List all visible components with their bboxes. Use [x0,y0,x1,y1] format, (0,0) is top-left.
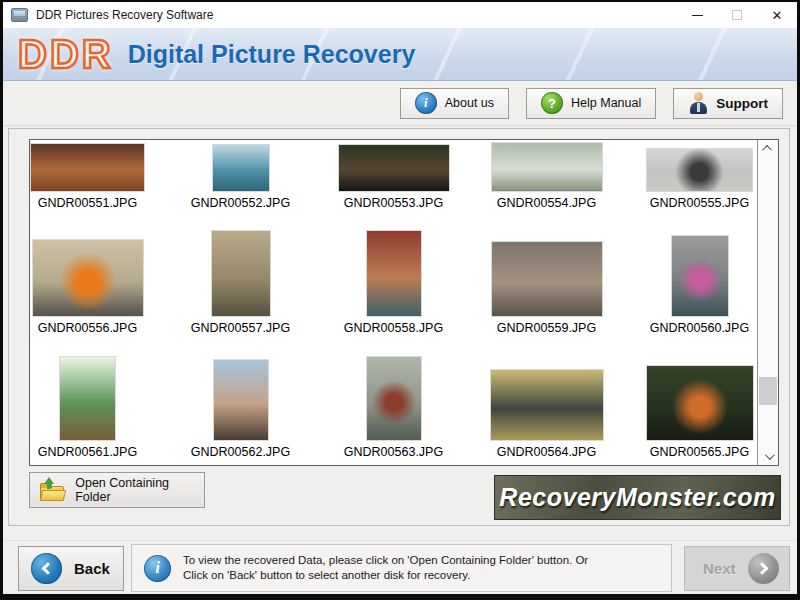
close-button[interactable]: ✕ [757,2,797,28]
info-icon: i [144,555,171,582]
photo-thumbnail [31,144,144,191]
support-button[interactable]: Support [673,88,783,119]
maximize-button [717,2,757,28]
file-name: GNDR00558.JPG [344,321,443,335]
file-grid-row: GNDR00561.JPG GNDR00562.JPG GNDR00563.JP… [30,355,757,459]
close-icon: ✕ [772,9,783,22]
file-name: GNDR00554.JPG [497,196,596,210]
toolbar: i About us ? Help Manual Support [3,81,797,126]
file-name: GNDR00556.JPG [38,321,137,335]
app-header: DDR Digital Picture Recovery [3,28,797,81]
next-arrow-icon [748,553,779,584]
back-label: Back [74,560,110,577]
photo-thumbnail [367,231,421,316]
file-item[interactable]: GNDR00564.JPG [470,355,623,459]
photo-thumbnail [60,357,115,440]
help-manual-label: Help Manual [571,96,641,110]
file-item[interactable]: GNDR00562.JPG [164,355,317,459]
info-icon: i [415,92,437,114]
open-containing-folder-button[interactable]: Open Containing Folder [29,472,205,508]
file-item[interactable]: GNDR00553.JPG [317,142,470,210]
about-us-button[interactable]: i About us [400,88,509,119]
support-label: Support [716,96,768,111]
file-name: GNDR00563.JPG [344,445,443,459]
file-grid: GNDR00551.JPG GNDR00552.JPG GNDR00553.JP… [30,140,757,465]
file-name: GNDR00551.JPG [38,196,137,210]
back-arrow-icon [31,553,62,584]
open-containing-folder-label: Open Containing Folder [75,476,204,504]
file-item[interactable]: GNDR00558.JPG [317,231,470,335]
recoverymonster-banner[interactable]: RecoveryMonster.com [494,475,781,520]
next-button[interactable]: Next [684,546,790,591]
photo-thumbnail [492,143,602,191]
recoverymonster-text: RecoveryMonster.com [499,483,775,512]
photo-thumbnail [491,370,603,440]
photo-thumbnail [492,242,602,316]
vertical-scrollbar[interactable] [757,140,778,465]
application-window: DDR Pictures Recovery Software ✕ DDR Dig… [0,0,800,600]
file-name: GNDR00560.JPG [650,321,749,335]
photo-thumbnail [339,145,449,191]
file-name: GNDR00561.JPG [38,445,137,459]
status-info-text: To view the recovered Data, please click… [183,553,588,583]
file-item[interactable]: GNDR00557.JPG [164,231,317,335]
window-controls: ✕ [677,2,797,28]
minimize-icon [692,15,703,16]
maximize-icon [732,10,742,20]
page-title: Digital Picture Recovery [128,40,416,69]
recovery-results-group: GNDR00551.JPG GNDR00552.JPG GNDR00553.JP… [8,128,790,526]
help-icon: ? [541,92,563,114]
file-name: GNDR00553.JPG [344,196,443,210]
app-icon [11,8,28,22]
help-manual-button[interactable]: ? Help Manual [526,88,656,119]
file-item[interactable]: GNDR00551.JPG [30,142,164,210]
status-info-line1: To view the recovered Data, please click… [183,554,588,566]
photo-thumbnail [367,357,421,440]
photo-thumbnail [647,366,753,440]
file-grid-row: GNDR00551.JPG GNDR00552.JPG GNDR00553.JP… [30,142,757,210]
window-title: DDR Pictures Recovery Software [36,8,213,22]
photo-thumbnail [672,236,728,316]
status-info-line2: Click on 'Back' button to select another… [183,569,470,581]
file-name: GNDR00557.JPG [191,321,290,335]
file-item[interactable]: GNDR00560.JPG [623,231,757,335]
file-name: GNDR00562.JPG [191,445,290,459]
photo-thumbnail [214,360,268,440]
chevron-down-icon [764,450,774,460]
file-name: GNDR00565.JPG [650,445,749,459]
chevron-up-icon [762,145,772,155]
file-item[interactable]: GNDR00555.JPG [623,142,757,210]
file-grid-row: GNDR00556.JPG GNDR00557.JPG GNDR00558.JP… [30,231,757,335]
ddr-logo: DDR [18,32,114,77]
file-item[interactable]: GNDR00554.JPG [470,142,623,210]
file-name: GNDR00555.JPG [650,196,749,210]
footer-bar: Back i To view the recovered Data, pleas… [3,540,797,594]
back-button[interactable]: Back [18,546,124,591]
file-name: GNDR00552.JPG [191,196,290,210]
about-us-label: About us [445,96,494,110]
next-label: Next [703,560,736,577]
file-item[interactable]: GNDR00561.JPG [30,355,164,459]
file-name: GNDR00559.JPG [497,321,596,335]
support-person-icon [688,92,708,114]
file-item[interactable]: GNDR00565.JPG [623,355,757,459]
photo-thumbnail [647,149,752,191]
photo-thumbnail [33,240,143,316]
folder-open-icon [40,479,65,501]
file-item[interactable]: GNDR00556.JPG [30,231,164,335]
file-item[interactable]: GNDR00563.JPG [317,355,470,459]
file-name: GNDR00564.JPG [497,445,596,459]
scrollbar-thumb[interactable] [759,377,777,405]
photo-thumbnail [213,145,269,191]
title-bar: DDR Pictures Recovery Software ✕ [3,2,797,28]
file-item[interactable]: GNDR00552.JPG [164,142,317,210]
status-info-panel: i To view the recovered Data, please cli… [131,544,672,592]
recovered-files-panel: GNDR00551.JPG GNDR00552.JPG GNDR00553.JP… [29,139,779,466]
file-item[interactable]: GNDR00559.JPG [470,231,623,335]
photo-thumbnail [212,231,270,316]
scroll-down-button[interactable] [758,448,778,465]
scroll-up-button[interactable] [758,140,778,157]
window-chrome: DDR Pictures Recovery Software ✕ DDR Dig… [3,2,797,594]
minimize-button[interactable] [677,2,717,28]
